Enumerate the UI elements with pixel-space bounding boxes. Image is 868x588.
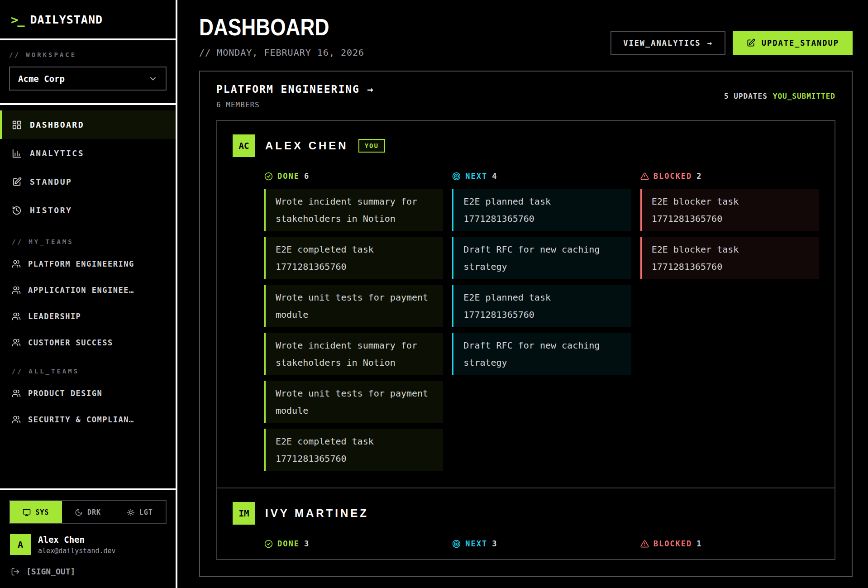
blocked-column: BLOCKED 2 E2E blocker task 1771281365760…: [640, 172, 819, 477]
done-label: DONE: [277, 172, 300, 181]
sidebar-team-customer-success[interactable]: CUSTOMER SUCCESS: [0, 330, 176, 356]
sidebar-team-platform-engineering[interactable]: PLATFORM ENGINEERING: [0, 251, 176, 277]
member-card-ivy-martinez: IM IVY MARTINEZ DONE 3: [217, 488, 835, 559]
sidebar-team-leadership[interactable]: LEADERSHIP: [0, 303, 176, 330]
update-standup-button[interactable]: UPDATE_STANDUP: [733, 31, 853, 55]
done-task: E2E completed task 1771281365760: [264, 237, 443, 279]
sun-icon: [127, 508, 135, 516]
next-count: 3: [492, 539, 497, 548]
team-label: APPLICATION ENGINEE…: [28, 286, 134, 295]
sign-out-label: [SIGN_OUT]: [26, 567, 75, 576]
member-header: AC ALEX CHEN YOU: [233, 134, 819, 157]
next-count: 4: [492, 172, 497, 181]
page-header: DASHBOARD // MONDAY, FEBRUARY 16, 2026 V…: [199, 15, 853, 58]
chevron-down-icon: [148, 74, 157, 83]
done-count: 6: [304, 172, 310, 181]
app-logo: >_ DAILYSTAND: [0, 0, 176, 38]
next-task: E2E planned task 1771281365760: [452, 189, 631, 231]
member-avatar: IM: [233, 502, 255, 525]
alert-triangle-icon: [640, 540, 649, 548]
blocked-label: BLOCKED: [653, 172, 692, 181]
all-teams-label: // ALL_TEAMS: [0, 356, 176, 380]
log-out-icon: [11, 567, 20, 576]
arrow-right-icon: →: [707, 38, 712, 48]
target-icon: [452, 172, 461, 181]
sidebar-team-security-compliance[interactable]: SECURITY & COMPLIAN…: [0, 406, 176, 433]
member-avatar: AC: [233, 134, 255, 157]
sidebar-team-product-design[interactable]: PRODUCT DESIGN: [0, 380, 176, 406]
nav-item-analytics[interactable]: ANALYTICS: [0, 139, 176, 167]
done-task: Wrote unit tests for payment module: [264, 285, 443, 327]
nav-label: DASHBOARD: [30, 120, 84, 129]
main-nav: DASHBOARD ANALYTICS STANDUP HISTORY: [0, 105, 176, 226]
view-analytics-label: VIEW_ANALYTICS: [623, 38, 701, 48]
theme-option-dark[interactable]: DRK: [62, 501, 114, 523]
blocked-task: E2E blocker task 1771281365760: [640, 237, 819, 279]
team-title-link[interactable]: PLATFORM ENGINEERING →: [216, 83, 373, 95]
my-teams-label: // MY_TEAMS: [0, 226, 176, 251]
sidebar-team-application-engineering[interactable]: APPLICATION ENGINEE…: [0, 277, 176, 303]
nav-item-dashboard[interactable]: DASHBOARD: [0, 110, 176, 139]
theme-option-label: LGT: [139, 508, 153, 516]
user-avatar: A: [10, 534, 31, 555]
users-icon: [12, 259, 21, 268]
workspace-select[interactable]: Acme Corp: [9, 67, 167, 91]
team-members-count: 6 MEMBERS: [216, 100, 373, 109]
target-icon: [452, 540, 461, 548]
theme-option-label: DRK: [87, 508, 101, 516]
member-header: IM IVY MARTINEZ: [233, 502, 819, 525]
history-clock-icon: [12, 206, 22, 215]
arrow-right-icon: →: [367, 84, 373, 95]
team-label: PRODUCT DESIGN: [28, 389, 102, 398]
bar-chart-icon: [12, 148, 22, 158]
member-name: ALEX CHEN: [265, 139, 348, 152]
next-column: NEXT 4 E2E planned task 1771281365760 Dr…: [452, 172, 631, 477]
done-task: Wrote unit tests for payment module: [264, 381, 443, 423]
done-label: DONE: [277, 539, 300, 548]
team-title: PLATFORM ENGINEERING: [216, 83, 360, 95]
done-count: 3: [304, 539, 310, 548]
terminal-prompt-icon: >_: [11, 13, 24, 27]
done-task: Wrote incident summary for stakeholders …: [264, 189, 443, 231]
workspace-section: // WORKSPACE Acme Corp: [0, 40, 176, 103]
you-badge: YOU: [358, 139, 385, 153]
edit-pencil-icon: [746, 38, 755, 48]
team-label: PLATFORM ENGINEERING: [28, 259, 134, 268]
nav-item-standup[interactable]: STANDUP: [0, 167, 176, 196]
blocked-label: BLOCKED: [653, 539, 692, 548]
users-icon: [12, 338, 21, 347]
theme-option-light[interactable]: LGT: [114, 501, 166, 523]
member-name: IVY MARTINEZ: [265, 507, 369, 520]
nav-label: ANALYTICS: [30, 148, 84, 158]
moon-icon: [75, 508, 83, 516]
edit-pencil-icon: [12, 177, 22, 187]
dashboard-grid-icon: [12, 120, 22, 130]
sign-out-button[interactable]: [SIGN_OUT]: [0, 559, 176, 588]
monitor-icon: [23, 508, 31, 516]
user-profile: A Alex Chen alex@dailystand.dev: [0, 524, 176, 559]
next-column-header: NEXT 3: [452, 539, 631, 548]
update-standup-label: UPDATE_STANDUP: [762, 38, 839, 48]
view-analytics-button[interactable]: VIEW_ANALYTICS →: [610, 31, 725, 55]
users-icon: [12, 389, 21, 398]
sidebar: >_ DAILYSTAND // WORKSPACE Acme Corp DAS…: [0, 0, 177, 588]
theme-toggle: SYS DRK LGT: [9, 500, 167, 524]
member-card-alex-chen: AC ALEX CHEN YOU DONE 6: [217, 121, 835, 488]
done-task: E2E completed task 1771281365760: [264, 429, 443, 471]
nav-label: STANDUP: [30, 177, 72, 186]
check-circle-icon: [264, 172, 273, 181]
status-columns: DONE 3 NEXT 3: [264, 539, 819, 548]
nav-item-history[interactable]: HISTORY: [0, 196, 176, 225]
user-email: alex@dailystand.dev: [38, 547, 116, 555]
next-label: NEXT: [465, 172, 487, 181]
done-column: DONE 3: [264, 539, 443, 548]
members-container: AC ALEX CHEN YOU DONE 6: [216, 120, 835, 560]
next-task: E2E planned task 1771281365760: [452, 285, 631, 327]
blocked-column-header: BLOCKED 1: [640, 539, 819, 548]
main-content: DASHBOARD // MONDAY, FEBRUARY 16, 2026 V…: [177, 0, 868, 588]
done-column: DONE 6 Wrote incident summary for stakeh…: [264, 172, 443, 477]
users-icon: [12, 415, 21, 424]
theme-option-system[interactable]: SYS: [10, 501, 62, 523]
blocked-column: BLOCKED 1: [640, 539, 819, 548]
users-icon: [12, 286, 21, 295]
